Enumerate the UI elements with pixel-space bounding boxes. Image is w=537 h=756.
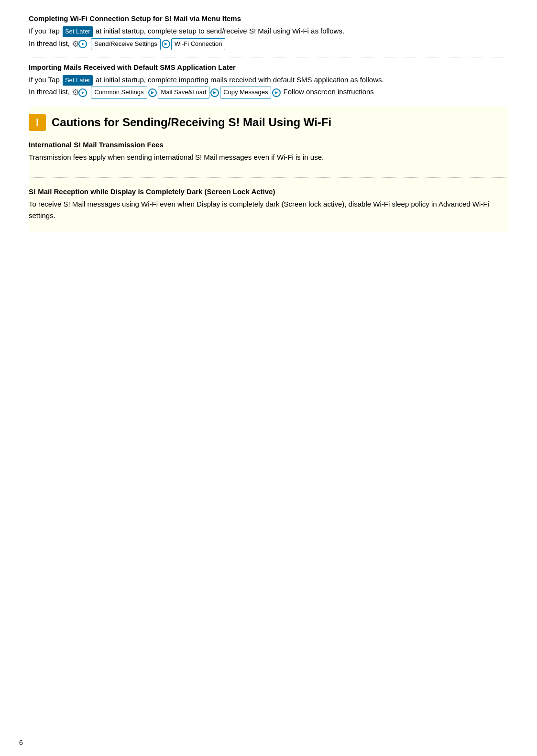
wifi-para1-prefix: If you Tap <box>29 27 62 35</box>
sms-para2-prefix: In thread list, <box>29 88 72 96</box>
page-content: Completing Wi-Fi Connection Setup for S!… <box>29 10 508 232</box>
caution-title: Cautions for Sending/Receiving S! Mail U… <box>52 116 331 129</box>
nav-item-wifi-connection: Wi-Fi Connection <box>171 38 226 50</box>
caution-subsection-2: S! Mail Reception while Display is Compl… <box>29 184 508 230</box>
arrow-icon-1 <box>78 40 87 48</box>
sms-para2-suffix: Follow onscreen instructions <box>281 88 373 96</box>
nav-arrow-3 <box>148 88 157 97</box>
arrow-icon-2 <box>78 88 87 97</box>
nav-arrow-4 <box>210 88 219 97</box>
caution-icon: ! <box>29 114 46 131</box>
set-later-badge-2: Set Later <box>63 75 93 86</box>
wifi-setup-section: Completing Wi-Fi Connection Setup for S!… <box>29 14 508 51</box>
wifi-para1-cont: at initial startup, complete setup to se… <box>94 27 344 35</box>
import-sms-body: If you Tap Set Later at initial startup,… <box>29 74 508 100</box>
caution-header: ! Cautions for Sending/Receiving S! Mail… <box>29 114 508 131</box>
nav-arrow-5 <box>272 88 281 97</box>
import-sms-section: Importing Mails Received with Default SM… <box>29 63 508 100</box>
caution-section: ! Cautions for Sending/Receiving S! Mail… <box>29 107 508 232</box>
caution-sub1-body: Transmission fees apply when sending int… <box>29 152 508 163</box>
sms-para1-cont: at initial startup, complete importing m… <box>94 76 384 84</box>
wifi-setup-title: Completing Wi-Fi Connection Setup for S!… <box>29 14 508 22</box>
sms-para1-prefix: If you Tap <box>29 76 62 84</box>
nav-item-common-settings: Common Settings <box>91 87 147 99</box>
set-later-badge-1: Set Later <box>63 26 93 37</box>
gear-arrow-icon-2: ⚙ <box>72 86 87 99</box>
page-number: 6 <box>19 739 23 746</box>
caution-sub1-title: International S! Mail Transmission Fees <box>29 141 508 149</box>
wifi-setup-body: If you Tap Set Later at initial startup,… <box>29 25 508 51</box>
caution-subsection-1: International S! Mail Transmission Fees … <box>29 137 508 172</box>
divider-1 <box>29 57 508 57</box>
nav-arrow-2 <box>162 40 170 48</box>
nav-item-mail-save-load: Mail Save&Load <box>158 87 210 99</box>
nav-item-send-receive: Send/Receive Settings <box>91 38 161 50</box>
nav-item-copy-messages: Copy Messages <box>220 87 271 99</box>
wifi-para2-prefix: In thread list, <box>29 39 72 47</box>
divider-2 <box>29 177 508 178</box>
caution-sub2-title: S! Mail Reception while Display is Compl… <box>29 187 508 196</box>
gear-arrow-icon-1: ⚙ <box>72 37 87 51</box>
caution-sub2-body: To receive S! Mail messages using Wi-Fi … <box>29 198 508 221</box>
import-sms-title: Importing Mails Received with Default SM… <box>29 63 508 71</box>
